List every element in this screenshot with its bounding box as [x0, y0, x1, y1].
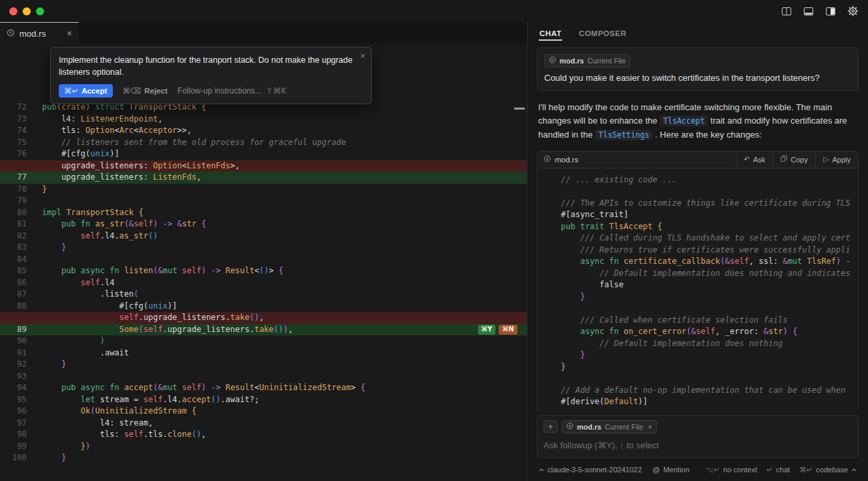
prompt-close-icon[interactable]: × — [360, 51, 365, 61]
code-editor[interactable]: 72pub(crate) struct TransportStack {73 l… — [0, 44, 527, 481]
tab-chat[interactable]: CHAT — [539, 27, 562, 41]
model-selector[interactable]: claude-3-5-sonnet-20241022 — [539, 466, 642, 474]
code-line: 100 } — [0, 452, 527, 464]
code-line: 87 .listen( — [0, 289, 527, 301]
code-line: self.upgrade_listeners.take(), — [0, 312, 527, 324]
ask-button[interactable]: ↶ Ask — [736, 152, 773, 168]
context-chip[interactable]: R mod.rs Current File — [544, 54, 630, 67]
close-window-button[interactable] — [9, 7, 17, 15]
accept-button[interactable]: ⌘↵ Accept — [59, 84, 113, 98]
line-number: 94 — [0, 382, 27, 394]
code-line: 81 pub fn as_str(&self) -> &str { — [0, 218, 527, 230]
svg-text:R: R — [546, 157, 549, 161]
app-window: R mod.rs × 72pub(crate) struct Transport… — [0, 0, 868, 481]
diff-reject-badge[interactable]: ⌘N — [499, 325, 517, 335]
line-number: 87 — [0, 289, 27, 301]
inline-code: TlsSettings — [595, 130, 652, 140]
tab-composer[interactable]: COMPOSER — [578, 27, 627, 41]
prompt-actions: ⌘↵ Accept ⌘⌫ Reject Follow-up instructio… — [59, 84, 363, 98]
diff-accept-badge[interactable]: ⌘Y — [478, 325, 496, 335]
tab-mod-rs[interactable]: R mod.rs × — [0, 22, 79, 44]
svg-text:R: R — [9, 30, 12, 35]
line-number: 98 — [0, 429, 27, 441]
at-icon: @ — [652, 466, 660, 474]
tab-close-icon[interactable]: × — [67, 29, 72, 38]
code-line: /// Called during TLS handshake to selec… — [546, 232, 850, 245]
svg-text:R: R — [569, 424, 572, 428]
code-line: 76 #[cfg(unix)] — [0, 148, 527, 160]
shortcut-no-context[interactable]: ⌥↵no context — [705, 466, 757, 474]
chat-panel: CHAT COMPOSER R mod.rs Current File Coul… — [527, 22, 868, 481]
play-icon: ▷ — [823, 155, 829, 164]
followup-keys: ⇧⌘K — [266, 86, 286, 96]
rust-file-icon: R — [7, 29, 15, 39]
line-number: 86 — [0, 277, 27, 289]
line-number: 91 — [0, 347, 27, 359]
line-number: 96 — [0, 406, 27, 418]
followup-label: Follow-up instructions... — [178, 86, 262, 96]
prompt-text: Implement the cleanup function for the t… — [59, 54, 363, 78]
code-line: /// Called when certificate selection fa… — [546, 315, 850, 327]
code-line: 97 l4: stream, — [0, 418, 527, 430]
line-number: 75 — [0, 137, 27, 149]
code-line: 89 Some(self.upgrade_listeners.take()),⌘… — [0, 324, 527, 336]
apply-label: Apply — [832, 156, 851, 164]
apply-button[interactable]: ▷ Apply — [815, 152, 858, 168]
line-number: 72 — [0, 102, 27, 114]
code-line: 94 pub async fn accept(&mut self) -> Res… — [0, 382, 527, 394]
split-editor-icon[interactable] — [781, 6, 792, 17]
code-line: } — [546, 291, 850, 303]
svg-text:R: R — [552, 58, 554, 62]
titlebar-actions — [781, 5, 859, 17]
chat-input-area: + R mod.rs Current File × Ask followup (… — [527, 411, 868, 481]
chat-input[interactable]: + R mod.rs Current File × Ask followup (… — [537, 415, 859, 458]
code-line: 85 pub async fn listen(&mut self) -> Res… — [0, 265, 527, 277]
chip-close-icon[interactable]: × — [648, 422, 652, 432]
code-line: 82 self.l4.as_str() — [0, 230, 527, 243]
line-number: 73 — [0, 114, 27, 126]
code-line: 74 tls: Option<Arc<Acceptor>>, — [0, 125, 527, 137]
input-context-chip[interactable]: R mod.rs Current File × — [562, 420, 657, 434]
code-line: 91 .await — [0, 347, 527, 359]
chat-code-block: R mod.rs ↶ Ask C — [537, 151, 859, 411]
editor-tab-bar: R mod.rs × — [0, 22, 527, 44]
minimize-window-button[interactable] — [23, 7, 31, 15]
model-name: claude-3-5-sonnet-20241022 — [548, 466, 642, 474]
code-line: 93 — [0, 371, 527, 383]
line-number: 79 — [0, 195, 27, 207]
rust-file-icon: R — [566, 422, 574, 432]
add-context-button[interactable]: + — [544, 420, 558, 433]
shortcut-codebase[interactable]: ⌘↵codebase — [799, 466, 857, 474]
chip-file-name: mod.rs — [577, 422, 602, 432]
toggle-panel-icon[interactable] — [803, 6, 814, 17]
mention-button[interactable]: @ Mention — [652, 466, 689, 474]
code-line: /// Returns true if certificates were su… — [546, 245, 850, 257]
rust-file-icon: R — [544, 155, 551, 164]
reject-button[interactable]: ⌘⌫ Reject — [123, 86, 168, 96]
zoom-window-button[interactable] — [36, 7, 44, 15]
shortcut-chat[interactable]: ↵chat — [767, 466, 790, 474]
code-line: #[derive(Default)] — [546, 396, 850, 408]
code-line: // Default implementation does nothing a… — [546, 268, 850, 280]
followup-instructions-button[interactable]: Follow-up instructions... ⇧⌘K — [178, 86, 286, 96]
settings-gear-icon[interactable] — [847, 5, 859, 17]
mention-label: Mention — [663, 466, 689, 474]
line-number: 85 — [0, 265, 27, 277]
line-number: 81 — [0, 218, 27, 230]
code-line: 77 upgrade_listeners: ListenFds, — [0, 172, 527, 184]
code-block-file-name: mod.rs — [555, 156, 578, 164]
code-line: 88 #[cfg(unix)] — [0, 301, 527, 313]
window-controls — [9, 7, 44, 15]
assistant-message: I'll help modify the code to make certif… — [538, 101, 857, 141]
code-line — [546, 373, 850, 385]
input-placeholder: Ask followup (⌘Y), ↑ to select — [544, 440, 852, 450]
chip-tag: Current File — [605, 422, 643, 432]
code-line: } — [546, 349, 850, 361]
copy-button[interactable]: Copy — [773, 152, 815, 168]
scrollbar-thumb[interactable] — [514, 108, 525, 110]
code-line: upgrade_listeners: Option<ListenFds>, — [0, 160, 527, 172]
toggle-secondary-sidebar-icon[interactable] — [825, 6, 836, 17]
undo-arrow-icon: ↶ — [744, 155, 750, 164]
code-line: 75 // listeners sent from the old proces… — [0, 137, 527, 149]
line-number — [0, 160, 27, 172]
